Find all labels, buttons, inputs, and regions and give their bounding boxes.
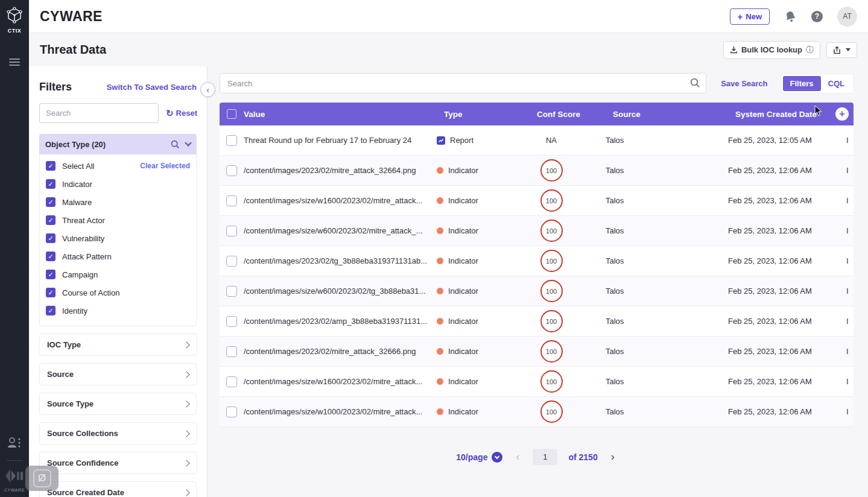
threat-data-search-input[interactable]	[220, 73, 706, 93]
filter-section-source-collections[interactable]: Source Collections	[39, 422, 197, 445]
chevron-right-icon	[183, 341, 189, 348]
object-type-section-header[interactable]: Object Type (20)	[39, 134, 197, 154]
filters-title: Filters	[39, 81, 72, 93]
table-row[interactable]: /content/images/size/w600/2023/02/tg_3b8…	[220, 276, 854, 306]
object-type-option[interactable]: ✓ Campaign	[46, 265, 190, 283]
row-checkbox[interactable]	[226, 135, 237, 146]
conf-score-ring: 100	[540, 280, 563, 302]
user-avatar[interactable]: AT	[837, 7, 857, 27]
header-value[interactable]: Value	[244, 110, 444, 119]
indicator-icon	[437, 258, 443, 264]
filters-search-input[interactable]	[39, 103, 159, 123]
checkbox-checked-icon[interactable]: ✓	[46, 288, 55, 297]
screen-hide-overlay[interactable]: Ø	[25, 466, 59, 491]
checkbox-checked-icon[interactable]: ✓	[46, 270, 55, 279]
table-row[interactable]: /content/images/2023/02/amp_3b88eba31937…	[220, 306, 854, 337]
table-row[interactable]: /content/images/2023/02/mitre_attack_326…	[220, 156, 854, 186]
table-row[interactable]: /content/images/2023/02/tg_3b88eba319371…	[220, 246, 854, 276]
table-row[interactable]: Threat Round up for February 17 to Febru…	[220, 125, 854, 156]
header-conf-score[interactable]: Conf Score	[528, 110, 589, 119]
filter-section-source-confidence[interactable]: Source Confidence	[39, 452, 197, 474]
row-checkbox[interactable]	[226, 407, 237, 417]
filter-section-source[interactable]: Source	[39, 363, 197, 385]
header-source[interactable]: Source	[589, 110, 707, 119]
switch-to-saved-search-link[interactable]: Switch To Saved Search	[107, 83, 197, 92]
row-checkbox[interactable]	[226, 316, 237, 327]
checkbox-checked-icon[interactable]: ✓	[46, 306, 55, 315]
row-checkbox[interactable]	[226, 165, 237, 176]
chevron-right-icon	[183, 430, 189, 437]
select-all-rows-checkbox[interactable]	[227, 109, 236, 119]
row-checkbox[interactable]	[226, 256, 237, 267]
prev-page-button[interactable]: ‹	[513, 451, 522, 463]
menu-hamburger-icon[interactable]	[9, 57, 20, 68]
notifications-bell-icon[interactable]	[784, 10, 797, 23]
select-all-checkbox-row[interactable]: ✓ Select All Clear Selected	[46, 157, 190, 175]
conf-score-ring: 100	[540, 220, 563, 242]
ctix-logo-icon[interactable]	[5, 6, 24, 27]
export-button[interactable]	[826, 42, 857, 58]
header-type[interactable]: Type	[444, 110, 528, 119]
object-type-option[interactable]: ✓ Vulnerability	[46, 229, 190, 247]
conf-score-ring: 100	[540, 310, 563, 332]
table-row[interactable]: /content/images/size/w1600/2023/02/mitre…	[220, 367, 854, 397]
object-type-option[interactable]: ✓ Attack Pattern	[46, 247, 190, 265]
report-icon	[437, 136, 445, 145]
current-page-box[interactable]: 1	[533, 449, 557, 465]
filter-section-source-type[interactable]: Source Type	[39, 393, 197, 415]
checkbox-checked-icon[interactable]: ✓	[46, 197, 55, 207]
checkbox-checked-icon[interactable]: ✓	[46, 252, 55, 261]
row-checkbox[interactable]	[226, 226, 237, 236]
search-icon[interactable]	[690, 78, 700, 88]
object-type-option[interactable]: ✓ Indicator	[46, 175, 190, 193]
table-row[interactable]: /content/images/size/w1600/2023/02/mitre…	[220, 186, 854, 216]
table-row[interactable]: /content/images/size/w1000/2023/02/mitre…	[220, 397, 854, 427]
app-rail: CTIX CYWARE	[0, 0, 29, 497]
help-icon[interactable]: ?	[811, 11, 823, 22]
top-bar: CYWARE + New ? AT	[29, 0, 868, 33]
object-type-option[interactable]: ✓ Identity	[46, 302, 190, 320]
checkbox-checked-icon[interactable]: ✓	[46, 179, 55, 189]
object-type-option[interactable]: ✓ Course of Action	[46, 283, 190, 302]
mode-cql-tab[interactable]: CQL	[821, 76, 852, 91]
object-type-option[interactable]: ✓ Threat Actor	[46, 211, 190, 229]
user-management-icon[interactable]	[7, 436, 22, 452]
mode-filters-tab[interactable]: Filters	[783, 76, 821, 91]
filter-section-ioc-type[interactable]: IOC Type	[39, 334, 197, 356]
conf-score-na: NA	[546, 136, 557, 145]
object-type-options: ✓ Select All Clear Selected ✓ Indicator …	[39, 154, 197, 326]
chevron-right-icon	[183, 371, 189, 378]
table-row[interactable]: /content/images/2023/02/mitre_attack_326…	[220, 337, 854, 367]
row-checkbox[interactable]	[226, 376, 237, 387]
rail-divider	[7, 460, 22, 461]
reset-filters-button[interactable]: ↻ Reset	[166, 108, 197, 119]
row-checkbox[interactable]	[226, 286, 237, 297]
refresh-icon: ↻	[166, 108, 174, 119]
object-type-option[interactable]: ✓ Malware	[46, 193, 190, 211]
checkbox-checked-icon[interactable]: ✓	[46, 161, 55, 171]
cyware-caption: CYWARE	[4, 488, 25, 492]
collapse-filters-button[interactable]: ‹	[200, 82, 215, 97]
save-search-link[interactable]: Save Search	[721, 79, 767, 88]
filter-section-source-created-date[interactable]: Source Created Date	[39, 481, 197, 497]
threat-data-table: Value Type Conf Score Source System Crea…	[220, 103, 854, 427]
indicator-icon	[437, 408, 443, 415]
cyware-mark-icon	[4, 468, 25, 486]
checkbox-checked-icon[interactable]: ✓	[46, 233, 55, 243]
row-checkbox[interactable]	[226, 195, 237, 206]
new-button[interactable]: + New	[730, 8, 770, 25]
indicator-icon	[437, 197, 443, 204]
clear-selected-link[interactable]: Clear Selected	[140, 162, 190, 170]
chevron-right-icon	[183, 460, 189, 466]
search-icon	[171, 140, 180, 149]
ctix-caption: CTIX	[8, 28, 22, 34]
next-page-button[interactable]: ›	[609, 451, 617, 463]
per-page-select[interactable]: 10/page	[456, 452, 502, 463]
checkbox-checked-icon[interactable]: ✓	[46, 215, 55, 225]
add-column-button[interactable]: +	[835, 107, 849, 121]
header-system-created-date[interactable]: System Created Date	[707, 110, 854, 119]
table-header-row: Value Type Conf Score Source System Crea…	[220, 103, 854, 125]
bulk-ioc-lookup-button[interactable]: Bulk IOC lookup ⓘ	[723, 41, 820, 59]
row-checkbox[interactable]	[226, 346, 237, 357]
table-row[interactable]: /content/images/size/w600/2023/02/mitre_…	[220, 216, 854, 246]
